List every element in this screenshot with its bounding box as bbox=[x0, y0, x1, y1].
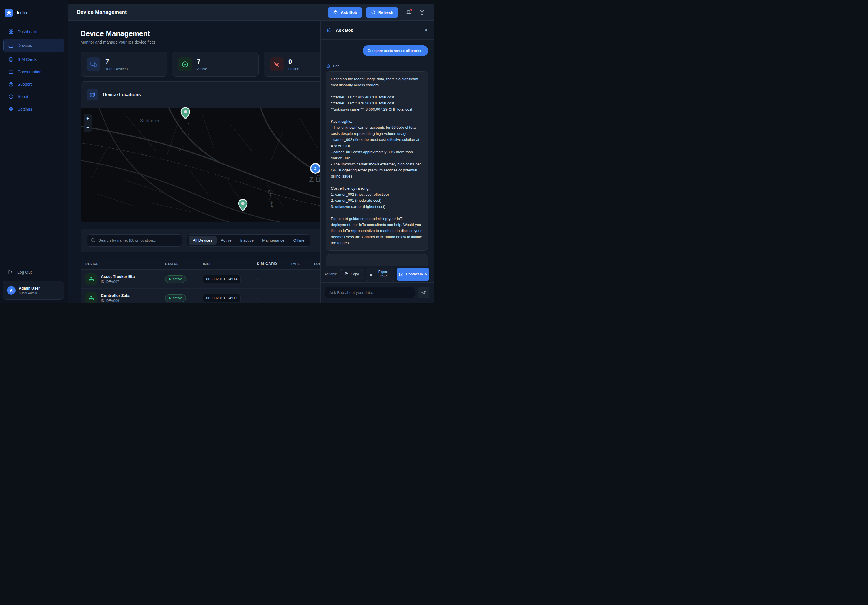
device-router-icon bbox=[85, 273, 97, 285]
stat-label: Total Devices bbox=[105, 67, 128, 71]
bot-message-partial bbox=[326, 254, 428, 266]
logout-button[interactable]: Log Out bbox=[8, 269, 32, 275]
tab-inactive[interactable]: Inactive bbox=[236, 235, 258, 245]
sidebar-item-about[interactable]: About bbox=[3, 91, 64, 102]
copy-button[interactable]: Copy bbox=[340, 269, 363, 279]
stat-label: Active bbox=[197, 67, 207, 71]
refresh-button[interactable]: Refresh bbox=[366, 7, 398, 18]
ask-bob-button[interactable]: Ask Bob bbox=[328, 7, 362, 18]
refresh-icon bbox=[371, 10, 376, 15]
map-zoom-out-button[interactable]: − bbox=[84, 123, 91, 132]
logout-label: Log Out bbox=[17, 270, 32, 274]
tab-all-devices[interactable]: All Devices bbox=[189, 235, 217, 245]
device-management-screen: IoTo Dashboard Devices SIM Cards bbox=[0, 0, 434, 302]
column-header-device: DEVICE bbox=[85, 262, 165, 266]
chat-footer: Actions: Copy Export CSV bbox=[321, 266, 434, 302]
bar-chart-icon bbox=[8, 69, 14, 74]
export-csv-label: Export CSV bbox=[375, 270, 391, 279]
device-name: Controller Zeta bbox=[101, 293, 130, 298]
mail-icon bbox=[399, 272, 404, 277]
notifications-bell-icon[interactable] bbox=[406, 9, 411, 15]
notification-dot bbox=[410, 9, 412, 11]
user-message-bubble: Compare costs across all carriers bbox=[363, 45, 428, 56]
tab-active[interactable]: Active bbox=[217, 235, 236, 245]
status-dot-icon bbox=[169, 297, 170, 299]
map-label-schlieren: Schlieren bbox=[140, 118, 161, 123]
ask-bob-panel-header: Ask Bob ✕ bbox=[321, 21, 434, 40]
imei-value: 000002013114914 bbox=[203, 275, 240, 283]
tab-offline[interactable]: Offline bbox=[289, 235, 309, 245]
ask-bob-panel-title: Ask Bob bbox=[336, 28, 353, 32]
sidebar-item-sim-cards[interactable]: SIM Cards bbox=[3, 54, 64, 65]
chat-actions-row: Actions: Copy Export CSV bbox=[321, 266, 434, 283]
chat-input-row bbox=[321, 283, 434, 302]
map-zoom-controls: + − bbox=[84, 114, 92, 132]
search-input[interactable] bbox=[98, 238, 178, 243]
robot-icon bbox=[326, 27, 332, 33]
stat-card-total-devices: 7 Total Devices bbox=[81, 52, 167, 77]
contact-ioto-button[interactable]: Contact IoTo bbox=[397, 268, 429, 281]
sidebar-item-label: Dashboard bbox=[18, 29, 37, 34]
sidebar-item-support[interactable]: Support bbox=[3, 79, 64, 90]
map-icon bbox=[87, 89, 98, 101]
app-logo: IoTo bbox=[0, 0, 68, 19]
app-name: IoTo bbox=[17, 10, 28, 16]
device-locations-title: Device Locations bbox=[103, 92, 141, 97]
avatar: A bbox=[7, 286, 16, 295]
sidebar-item-settings[interactable]: Settings bbox=[3, 104, 64, 114]
sim-card-icon bbox=[8, 57, 14, 62]
check-circle-icon bbox=[178, 57, 192, 71]
stat-card-active: 7 Active bbox=[172, 52, 259, 77]
stat-label: Offline bbox=[288, 67, 299, 71]
actions-label: Actions: bbox=[325, 272, 337, 276]
sidebar: IoTo Dashboard Devices SIM Cards bbox=[0, 0, 68, 302]
column-header-type: TYPE bbox=[291, 262, 314, 266]
download-icon bbox=[369, 272, 374, 277]
sidebar-item-label: About bbox=[18, 94, 28, 99]
ask-bob-label: Ask Bob bbox=[341, 10, 357, 15]
imei-value: 000002013114913 bbox=[203, 294, 240, 302]
export-csv-button[interactable]: Export CSV bbox=[366, 268, 394, 281]
map-pin-marker[interactable] bbox=[180, 107, 190, 119]
gear-icon bbox=[8, 106, 14, 112]
sidebar-item-devices[interactable]: Devices bbox=[3, 39, 64, 52]
wifi-off-icon bbox=[270, 57, 284, 71]
bot-name: Bob bbox=[333, 64, 339, 68]
map-zoom-in-button[interactable]: + bbox=[84, 114, 91, 123]
map-cluster-marker[interactable]: 2 bbox=[310, 163, 321, 174]
bot-message: Based on the recent usage data, there's … bbox=[326, 71, 428, 251]
chat-messages: Compare costs across all carriers Bob Ba… bbox=[321, 40, 434, 266]
sidebar-nav: Dashboard Devices SIM Cards Consumption bbox=[0, 19, 68, 114]
router-icon bbox=[8, 43, 14, 48]
bot-name-row: Bob bbox=[326, 63, 428, 68]
info-circle-icon bbox=[8, 94, 14, 99]
device-id: ID: DEV006 bbox=[101, 299, 130, 302]
sidebar-item-consumption[interactable]: Consumption bbox=[3, 67, 64, 77]
send-button[interactable] bbox=[418, 286, 429, 299]
map-pin-marker[interactable] bbox=[238, 199, 248, 211]
robot-icon bbox=[326, 63, 331, 68]
sidebar-item-dashboard[interactable]: Dashboard bbox=[3, 26, 64, 37]
status-dot-icon bbox=[169, 278, 170, 280]
help-icon[interactable] bbox=[419, 9, 425, 15]
contact-ioto-label: Contact IoTo bbox=[406, 272, 427, 277]
sim-card-value: - bbox=[257, 277, 291, 281]
chat-input[interactable] bbox=[325, 286, 415, 299]
question-circle-icon bbox=[8, 81, 14, 87]
dashboard-icon bbox=[8, 29, 14, 34]
sidebar-item-label: Consumption bbox=[18, 70, 42, 74]
user-card[interactable]: A Admin User Super Admin bbox=[3, 281, 64, 300]
window-top-strip bbox=[68, 0, 434, 4]
sidebar-item-label: SIM Cards bbox=[18, 57, 37, 62]
app-header: Device Management Ask Bob Refresh bbox=[68, 4, 434, 21]
stat-value: 7 bbox=[105, 58, 128, 65]
stat-value: 0 bbox=[288, 58, 299, 65]
devices-stat-icon bbox=[87, 57, 101, 71]
user-name: Admin User bbox=[19, 286, 40, 290]
ioto-logo-icon bbox=[5, 9, 13, 17]
refresh-label: Refresh bbox=[378, 10, 393, 15]
tab-maintenance[interactable]: Maintenance bbox=[258, 235, 289, 245]
close-icon[interactable]: ✕ bbox=[424, 27, 428, 33]
ask-bob-panel: Ask Bob ✕ Compare costs across all carri… bbox=[320, 21, 434, 302]
sidebar-item-label: Devices bbox=[18, 43, 32, 48]
